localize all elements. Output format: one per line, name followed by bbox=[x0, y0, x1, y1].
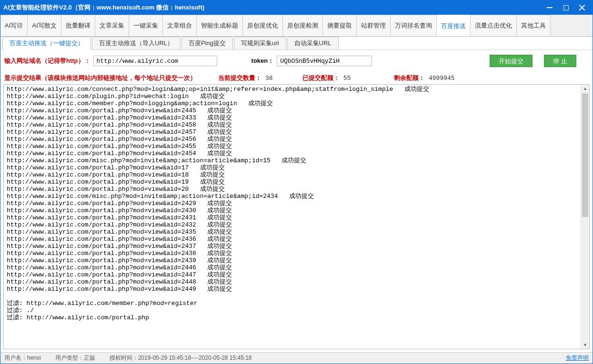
status-type: 用户类型：正版 bbox=[55, 354, 95, 362]
sub-tab-3[interactable]: 写规则采集url bbox=[234, 37, 286, 49]
main-tab-13[interactable]: 流量点击优化 bbox=[471, 15, 517, 36]
main-tab-6[interactable]: 智能生成标题 bbox=[197, 15, 243, 36]
main-tab-7[interactable]: 原创度优化 bbox=[243, 15, 283, 36]
current-count-label: 当前提交数量： bbox=[218, 74, 261, 82]
statusbar: 用户名：henxi 用户类型：正版 授权时间：2019-05-29 15:45:… bbox=[0, 352, 593, 364]
main-tab-1[interactable]: AI写散文 bbox=[28, 15, 61, 36]
main-tab-4[interactable]: 一键采集 bbox=[129, 15, 163, 36]
window-controls bbox=[546, 4, 590, 11]
remain-quota-value: 4999945 bbox=[429, 75, 455, 82]
scroll-up-icon[interactable]: ▲ bbox=[581, 85, 589, 92]
scrollbar[interactable]: ▲ ▼ bbox=[581, 85, 589, 349]
current-count-value: 38 bbox=[265, 75, 299, 82]
scrollbar-thumb[interactable] bbox=[582, 93, 588, 217]
app-window: AI文章智能处理软件V2.0（官网：www.henxisoft.com 微信：h… bbox=[0, 0, 593, 364]
status-auth: 授权时间：2019-05-29 15:45:18----2020-05-28 1… bbox=[110, 354, 252, 362]
sub-tab-2[interactable]: 百度Ping提交 bbox=[181, 37, 233, 49]
main-tab-8[interactable]: 原创度检测 bbox=[283, 15, 323, 36]
status-user: 用户名：henxi bbox=[4, 354, 41, 362]
sub-tab-0[interactable]: 百度主动推送（一键提交） bbox=[2, 37, 91, 50]
domain-input[interactable] bbox=[93, 56, 217, 66]
start-submit-button[interactable]: 开始提交 bbox=[490, 55, 533, 67]
stop-button[interactable]: 停 止 bbox=[544, 55, 576, 67]
titlebar: AI文章智能处理软件V2.0（官网：www.henxisoft.com 微信：h… bbox=[0, 0, 593, 15]
sub-tabs: 百度主动推送（一键提交）百度主动推送（导入URL）百度Ping提交写规则采集ur… bbox=[0, 37, 593, 50]
sub-tab-4[interactable]: 自动采集URL bbox=[287, 37, 339, 49]
main-tab-12[interactable]: 百度推送 bbox=[437, 15, 471, 36]
done-quota-value: 55 bbox=[343, 75, 377, 82]
sub-tab-1[interactable]: 百度主动推送（导入URL） bbox=[92, 37, 181, 49]
done-quota-label: 已提交配额： bbox=[302, 74, 340, 82]
minimize-icon bbox=[547, 7, 553, 8]
domain-label: 输入网址域名（记得带http）： bbox=[4, 57, 90, 65]
result-title: 显示提交结果（该模块推送网站内部链接地址，每个地址只提交一次） bbox=[4, 74, 196, 82]
main-tab-5[interactable]: 文章组合 bbox=[163, 15, 197, 36]
result-header: 显示提交结果（该模块推送网站内部链接地址，每个地址只提交一次） 当前提交数量： … bbox=[0, 72, 593, 84]
main-tab-14[interactable]: 其他工具 bbox=[517, 15, 551, 36]
token-input[interactable] bbox=[277, 56, 372, 66]
remain-quota-label: 剩余配额： bbox=[394, 74, 425, 82]
log-area: http://www.ailyric.com/connect.php?mod=l… bbox=[3, 84, 590, 349]
main-tab-2[interactable]: 批量翻译 bbox=[61, 15, 95, 36]
window-title: AI文章智能处理软件V2.0（官网：www.henxisoft.com 微信：h… bbox=[3, 3, 546, 12]
minimize-button[interactable] bbox=[546, 4, 553, 11]
main-tab-10[interactable]: 站群管理 bbox=[357, 15, 391, 36]
token-label: token： bbox=[251, 57, 274, 65]
close-button[interactable] bbox=[578, 4, 586, 11]
input-row: 输入网址域名（记得带http）： token： 开始提交 停 止 bbox=[0, 50, 593, 72]
main-tab-9[interactable]: 摘要提取 bbox=[323, 15, 357, 36]
log-content[interactable]: http://www.ailyric.com/connect.php?mod=l… bbox=[4, 85, 581, 349]
main-tab-11[interactable]: 万词排名查询 bbox=[391, 15, 437, 36]
main-tabs: AI写诗AI写散文批量翻译文章采集一键采集文章组合智能生成标题原创度优化原创度检… bbox=[0, 15, 593, 37]
scroll-down-icon[interactable]: ▼ bbox=[581, 341, 589, 349]
maximize-button[interactable] bbox=[562, 4, 570, 11]
main-tab-3[interactable]: 文章采集 bbox=[95, 15, 129, 36]
maximize-icon bbox=[563, 5, 569, 10]
main-tab-0[interactable]: AI写诗 bbox=[0, 15, 28, 36]
disclaimer-link[interactable]: 免责声明 bbox=[566, 354, 589, 362]
close-icon bbox=[579, 4, 585, 11]
